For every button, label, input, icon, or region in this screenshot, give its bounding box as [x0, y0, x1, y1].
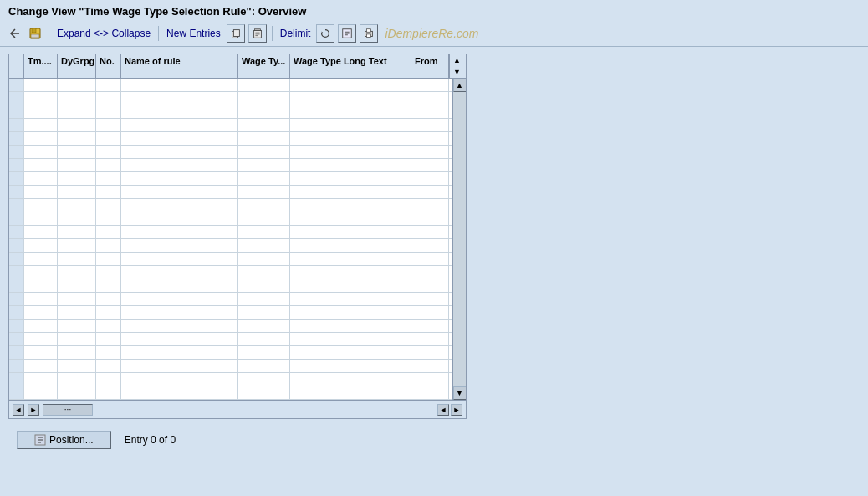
- table-cell[interactable]: [24, 226, 58, 238]
- table-row[interactable]: [9, 239, 452, 253]
- table-cell[interactable]: [24, 92, 58, 105]
- row-selector[interactable]: [9, 346, 24, 359]
- table-cell[interactable]: [96, 333, 121, 345]
- table-cell[interactable]: [290, 333, 411, 345]
- print-icon[interactable]: [360, 24, 378, 43]
- table-cell[interactable]: [411, 212, 449, 225]
- table-cell[interactable]: [58, 212, 96, 225]
- table-cell[interactable]: [290, 186, 411, 198]
- table-cell[interactable]: [411, 226, 449, 238]
- table-cell[interactable]: [290, 320, 411, 332]
- table-cell[interactable]: [411, 119, 449, 131]
- table-cell[interactable]: [238, 346, 290, 359]
- table-cell[interactable]: [24, 146, 58, 158]
- table-cell[interactable]: [238, 79, 290, 91]
- table-cell[interactable]: [121, 320, 238, 332]
- hscroll-far-right[interactable]: ►: [451, 404, 462, 416]
- table-cell[interactable]: [58, 239, 96, 252]
- table-cell[interactable]: [290, 212, 411, 225]
- table-cell[interactable]: [58, 346, 96, 359]
- table-cell[interactable]: [238, 92, 290, 105]
- table-row[interactable]: [9, 226, 452, 239]
- hscroll-left-btn[interactable]: ◄: [13, 404, 24, 416]
- table-cell[interactable]: [96, 79, 121, 91]
- table-cell[interactable]: [290, 253, 411, 265]
- row-selector[interactable]: [9, 266, 24, 279]
- table-cell[interactable]: [24, 105, 58, 118]
- table-cell[interactable]: [121, 373, 238, 386]
- table-cell[interactable]: [290, 239, 411, 252]
- table-cell[interactable]: [121, 199, 238, 212]
- row-selector[interactable]: [9, 92, 24, 105]
- table-cell[interactable]: [96, 159, 121, 171]
- table-cell[interactable]: [96, 105, 121, 118]
- table-row[interactable]: [9, 105, 452, 119]
- table-cell[interactable]: [96, 306, 121, 319]
- table-cell[interactable]: [411, 320, 449, 332]
- table-cell[interactable]: [238, 172, 290, 185]
- table-cell[interactable]: [411, 346, 449, 359]
- table-row[interactable]: [9, 320, 452, 333]
- table-cell[interactable]: [58, 253, 96, 265]
- hscroll-right-btn[interactable]: ►: [28, 404, 39, 416]
- table-cell[interactable]: [121, 132, 238, 145]
- table-cell[interactable]: [24, 279, 58, 292]
- table-cell[interactable]: [290, 105, 411, 118]
- table-cell[interactable]: [96, 346, 121, 359]
- table-cell[interactable]: [58, 119, 96, 131]
- table-cell[interactable]: [24, 212, 58, 225]
- table-cell[interactable]: [238, 293, 290, 305]
- table-cell[interactable]: [238, 360, 290, 372]
- table-cell[interactable]: [96, 199, 121, 212]
- table-cell[interactable]: [58, 360, 96, 372]
- row-selector[interactable]: [9, 132, 24, 145]
- table-cell[interactable]: [24, 79, 58, 91]
- table-row[interactable]: [9, 119, 452, 132]
- table-cell[interactable]: [96, 360, 121, 372]
- row-selector[interactable]: [9, 199, 24, 212]
- table-cell[interactable]: [290, 146, 411, 158]
- table-cell[interactable]: [121, 226, 238, 238]
- table-cell[interactable]: [238, 105, 290, 118]
- table-cell[interactable]: [58, 172, 96, 185]
- table-cell[interactable]: [411, 293, 449, 305]
- table-cell[interactable]: [238, 373, 290, 386]
- table-row[interactable]: [9, 172, 452, 186]
- row-selector[interactable]: [9, 293, 24, 305]
- table-cell[interactable]: [411, 239, 449, 252]
- table-cell[interactable]: [290, 159, 411, 171]
- export-icon[interactable]: [338, 24, 356, 43]
- row-selector[interactable]: [9, 186, 24, 198]
- table-cell[interactable]: [121, 79, 238, 91]
- table-cell[interactable]: [290, 92, 411, 105]
- table-cell[interactable]: [121, 186, 238, 198]
- table-cell[interactable]: [238, 333, 290, 345]
- row-selector[interactable]: [9, 333, 24, 345]
- table-cell[interactable]: [24, 132, 58, 145]
- table-cell[interactable]: [24, 239, 58, 252]
- table-cell[interactable]: [96, 253, 121, 265]
- table-cell[interactable]: [290, 266, 411, 279]
- table-cell[interactable]: [290, 279, 411, 292]
- table-cell[interactable]: [238, 239, 290, 252]
- table-cell[interactable]: [121, 333, 238, 345]
- table-cell[interactable]: [96, 186, 121, 198]
- table-row[interactable]: [9, 333, 452, 346]
- table-cell[interactable]: [411, 105, 449, 118]
- table-cell[interactable]: [411, 79, 449, 91]
- table-cell[interactable]: [24, 360, 58, 372]
- table-cell[interactable]: [290, 172, 411, 185]
- table-cell[interactable]: [121, 360, 238, 372]
- table-cell[interactable]: [96, 92, 121, 105]
- table-row[interactable]: [9, 266, 452, 279]
- table-row[interactable]: [9, 346, 452, 360]
- table-cell[interactable]: [58, 320, 96, 332]
- table-cell[interactable]: [121, 146, 238, 158]
- table-cell[interactable]: [290, 360, 411, 372]
- table-cell[interactable]: [121, 386, 238, 399]
- table-cell[interactable]: [238, 159, 290, 171]
- scroll-down-btn[interactable]: ▼: [453, 386, 467, 400]
- table-cell[interactable]: [121, 239, 238, 252]
- table-cell[interactable]: [121, 105, 238, 118]
- table-cell[interactable]: [411, 386, 449, 399]
